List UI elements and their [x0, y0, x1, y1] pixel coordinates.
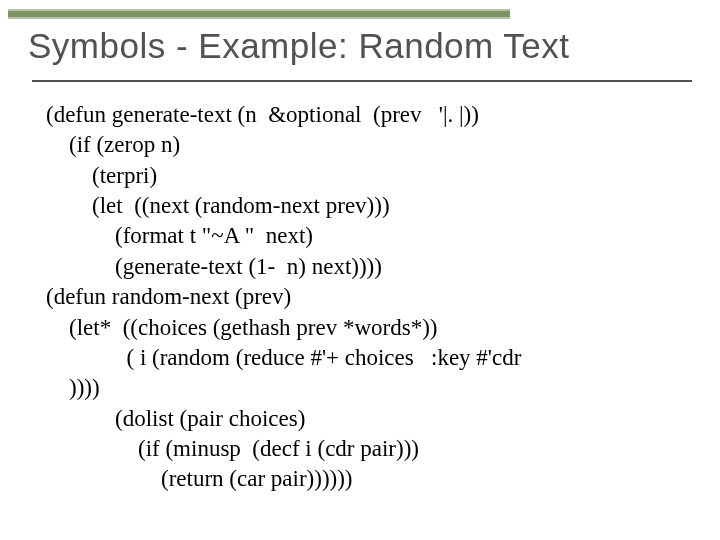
accent-inner — [8, 11, 510, 17]
code-line: (defun random-next (prev) — [46, 284, 291, 309]
top-accent-bar — [8, 6, 510, 22]
code-line: (if (zerop n) — [46, 132, 180, 157]
code-line: (return (car pair)))))) — [46, 466, 353, 491]
code-line: (terpri) — [46, 163, 157, 188]
title-rule — [32, 80, 692, 82]
code-line: (dolist (pair choices) — [46, 406, 305, 431]
code-line: (let* ((choices (gethash prev *words*)) — [46, 315, 438, 340]
code-line: (format t "~A " next) — [46, 223, 313, 248]
code-line: (let ((next (random-next prev))) — [46, 193, 390, 218]
slide: Symbols - Example: Random Text (defun ge… — [0, 0, 720, 540]
slide-title: Symbols - Example: Random Text — [28, 26, 700, 66]
code-block: (defun generate-text (n &optional (prev … — [46, 100, 690, 495]
code-line: (generate-text (1- n) next)))) — [46, 254, 382, 279]
code-line: )))) — [46, 375, 100, 400]
code-line: ( i (random (reduce #'+ choices :key #'c… — [46, 345, 521, 370]
code-line: (if (minusp (decf i (cdr pair))) — [46, 436, 419, 461]
code-line: (defun generate-text (n &optional (prev … — [46, 102, 479, 127]
